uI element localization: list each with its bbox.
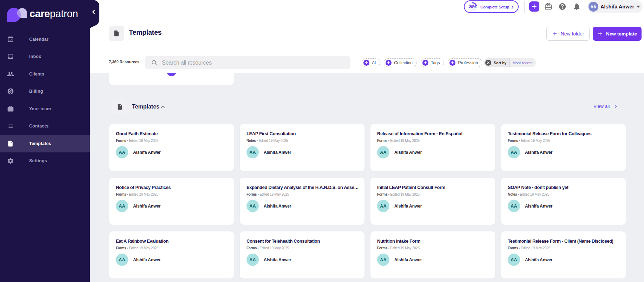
new-folder-button[interactable]: New folder [546,27,590,41]
setup-label: Complete Setup [480,1,509,13]
card-owner: Alshifa Anwer [264,204,291,209]
team-icon [7,105,14,112]
plus-icon [531,4,537,9]
contacts-icon [7,123,14,130]
filter-chip-profession[interactable]: Profession [448,58,482,67]
filter-chip-label: Profession [458,60,478,65]
card-meta: Forms • Edited 19 May 2025 [116,192,158,196]
card-meta: Forms • Edited 19 May 2025 [377,246,420,250]
card-edited: • Edited 19 May 2025 [126,139,158,143]
filter-chip-label: AI [372,60,376,65]
template-card[interactable]: Nutrition Intake FormForms • Edited 19 M… [370,231,495,278]
billing-icon [7,88,14,95]
template-card[interactable]: Eat A Rainbow EvaluationForms • Edited 1… [109,231,234,278]
logo-wordmark: carepatron [29,9,78,19]
scrolled-card-partial[interactable] [109,73,234,85]
sidebar-item-contacts[interactable]: Contacts [0,118,90,135]
card-owner: Alshifa Anwer [525,204,552,209]
user-menu[interactable]: AA Alshifa Anwer [587,0,643,13]
search-box [145,56,350,69]
template-card[interactable]: Release of Information Form - En Español… [370,124,495,171]
card-type: Forms [508,246,518,250]
sidebar-item-clients[interactable]: Clients [0,65,90,83]
sidebar-item-label: Clients [29,72,44,77]
view-all-link[interactable]: View all [593,104,618,109]
filter-chip-ai[interactable]: AI [362,58,380,67]
card-meta: Forms • Edited 19 May 2025 [247,246,289,250]
card-edited: • Edited 19 May 2025 [256,139,288,143]
card-avatar: AA [116,254,128,266]
template-card[interactable]: Expanded Dietary Analysis of the H.A.N.D… [240,178,364,225]
filter-chip-label: Collection [394,60,413,65]
card-edited: • Edited 19 May 2025 [387,246,420,250]
sidebar-item-label: Inbox [29,54,41,59]
card-title: LEAP First Consultation [247,131,360,136]
card-type: Forms [116,192,126,196]
template-card[interactable]: Testimonial Release Form for ColleaguesF… [501,124,626,171]
card-title: Release of Information Form - En Español [377,131,491,136]
card-meta: Notes • Edited 19 May 2025 [508,192,549,196]
settings-icon [7,157,14,164]
sidebar-nav: CalendarInboxClientsBillingYour teamCont… [0,31,90,170]
logo-mark [7,8,27,22]
card-edited: • Edited 19 May 2025 [387,192,420,196]
templates-section-header: Templates View all [90,99,644,114]
template-card[interactable]: SOAP Note - don't publish yetNotes • Edi… [501,178,626,225]
template-card[interactable]: Good Faith EstimateForms • Edited 19 May… [109,124,234,171]
template-card[interactable]: LEAP First ConsultationNotes • Edited 19… [240,124,364,171]
document-icon [113,30,120,37]
card-owner: Alshifa Anwer [133,257,160,262]
card-type: Forms [508,139,518,143]
templates-icon [7,140,14,147]
topbar: 20% Complete Setup AA Alshifa Anwer [90,0,644,20]
plus-icon [449,60,455,66]
chevron-up-icon[interactable] [160,104,165,110]
card-edited: • Edited 19 May 2025 [517,192,549,196]
card-meta: Forms • Edited 19 May 2025 [116,246,158,250]
gift-icon[interactable] [544,2,552,11]
search-input[interactable] [162,56,344,69]
view-all-label: View all [593,104,610,109]
sort-chip[interactable]: Sort by Most recent [484,58,536,67]
card-edited: • Edited 19 May 2025 [257,192,289,196]
template-card[interactable]: Notice of Privacy PracticesForms • Edite… [109,178,234,225]
card-title: Good Faith Estimate [116,131,229,136]
template-card[interactable]: Consent for Telehealth ConsultationForms… [240,231,364,278]
template-card[interactable]: Initial LEAP Patient Consult FormForms •… [370,178,495,225]
template-card[interactable]: Testimonial Release Form - Client (Name … [501,231,626,278]
card-type: Forms [247,192,257,196]
sidebar-item-label: Contacts [29,124,48,129]
filter-chip-collection[interactable]: Collection [384,58,417,67]
page-title: Templates [129,28,162,37]
sidebar-item-your-team[interactable]: Your team [0,100,90,118]
sidebar-item-inbox[interactable]: Inbox [0,48,90,66]
sidebar-collapse-icon[interactable] [90,8,97,15]
card-type: Forms [377,192,387,196]
sidebar-item-billing[interactable]: Billing [0,83,90,100]
plus-icon [386,60,392,66]
notifications-icon[interactable] [573,2,581,11]
create-new-button[interactable] [529,1,539,12]
sort-value[interactable]: Most recent [509,58,535,67]
card-meta: Forms • Edited 19 May 2025 [247,192,289,196]
calendar-icon [7,36,14,43]
sidebar-item-settings[interactable]: Settings [0,152,90,170]
section-title: Templates [132,104,159,110]
card-meta: Forms • Edited 19 May 2025 [377,139,420,143]
help-icon[interactable] [558,2,566,11]
plus-icon [552,31,558,37]
complete-setup-button[interactable]: 20% Complete Setup [464,0,519,13]
chevron-right-icon [510,5,515,9]
sidebar: carepatron CalendarInboxClientsBillingYo… [0,0,90,282]
filter-chip-tags[interactable]: Tags [421,58,444,67]
sidebar-item-calendar[interactable]: Calendar [0,31,90,48]
card-edited: • Edited 19 May 2025 [257,246,289,250]
sidebar-item-templates[interactable]: Templates [0,135,90,152]
chevron-right-icon [613,104,618,109]
clear-sort-icon[interactable] [485,60,491,66]
card-edited: • Edited 19 May 2025 [518,246,550,250]
card-title: Testimonial Release Form for Colleagues [508,131,621,136]
card-edited: • Edited 19 May 2025 [126,246,158,250]
new-template-button[interactable]: New template [593,27,642,41]
card-avatar: AA [247,254,259,266]
